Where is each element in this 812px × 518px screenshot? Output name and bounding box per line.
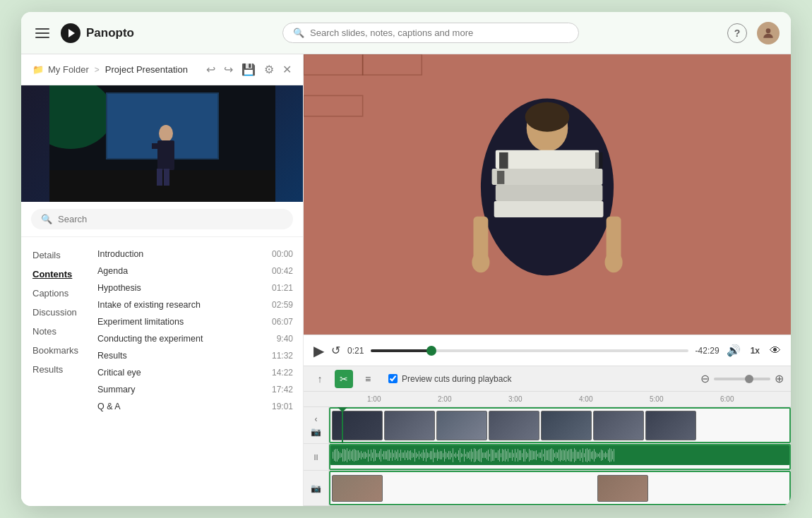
rewind-button[interactable]: ↺ bbox=[331, 344, 340, 357]
help-button[interactable]: ? bbox=[727, 23, 747, 43]
wave-bar bbox=[385, 451, 386, 459]
wave-bar bbox=[595, 452, 596, 459]
volume-button[interactable]: 🔊 bbox=[727, 344, 741, 357]
video-thumb-5[interactable] bbox=[541, 411, 592, 440]
video-thumb-6[interactable] bbox=[593, 411, 644, 440]
zoom-in-icon[interactable]: ⊕ bbox=[775, 372, 784, 385]
redo-button[interactable]: ↪ bbox=[224, 63, 233, 76]
wave-bar bbox=[392, 450, 393, 462]
user-avatar[interactable] bbox=[757, 22, 780, 44]
wave-bar bbox=[551, 448, 552, 462]
camera-icon: 📷 bbox=[311, 427, 321, 437]
sidebar-item-captions[interactable]: Captions bbox=[21, 284, 92, 303]
wave-bar bbox=[410, 450, 411, 460]
wave-bar bbox=[413, 453, 414, 457]
wave-bar bbox=[333, 452, 333, 459]
close-button[interactable]: ✕ bbox=[282, 63, 292, 76]
content-item[interactable]: Critical eye 14:22 bbox=[92, 364, 303, 381]
undo-button[interactable]: ↩ bbox=[206, 63, 215, 76]
wave-bar bbox=[464, 449, 465, 462]
sidebar-item-discussion[interactable]: Discussion bbox=[21, 303, 92, 322]
wave-bar bbox=[369, 454, 370, 457]
video-thumb-7[interactable] bbox=[645, 411, 696, 440]
audio-waveform[interactable] bbox=[330, 445, 790, 465]
content-item[interactable]: Summary 17:42 bbox=[92, 381, 303, 398]
zoom-thumb[interactable] bbox=[745, 375, 753, 383]
sidebar-item-details[interactable]: Details bbox=[21, 246, 92, 265]
wave-bar bbox=[590, 449, 590, 461]
sidebar-item-notes[interactable]: Notes bbox=[21, 322, 92, 341]
wave-bar bbox=[427, 452, 428, 459]
global-search-input[interactable] bbox=[310, 28, 568, 38]
nav-labels: Details Contents Captions Discussion Not… bbox=[21, 243, 92, 418]
content-item[interactable]: Conducting the experiment 9:40 bbox=[92, 330, 303, 347]
zoom-slider[interactable] bbox=[714, 378, 770, 380]
wave-bar bbox=[509, 452, 510, 458]
content-item[interactable]: Experiment limitations 06:07 bbox=[92, 313, 303, 330]
video-thumb-3[interactable] bbox=[436, 411, 487, 440]
content-item[interactable]: Q & A 19:01 bbox=[92, 398, 303, 415]
play-button[interactable]: ▶ bbox=[314, 342, 324, 359]
breadcrumb-current: Project Presentation bbox=[105, 64, 188, 75]
cut-button[interactable]: ✂ bbox=[335, 370, 353, 388]
track-side-1: ‹ 📷 bbox=[304, 407, 329, 443]
content-item[interactable]: Intake of existing research 02:59 bbox=[92, 296, 303, 313]
hamburger-button[interactable] bbox=[32, 25, 52, 41]
secondary-thumb-1[interactable] bbox=[332, 475, 383, 502]
content-item[interactable]: Introduction 00:00 bbox=[92, 246, 303, 263]
content-item[interactable]: Results 11:32 bbox=[92, 347, 303, 364]
wave-bar bbox=[532, 450, 532, 460]
search-icon: 🔍 bbox=[293, 28, 304, 38]
wave-bar bbox=[542, 450, 542, 462]
video-thumb-1[interactable] bbox=[332, 411, 383, 440]
sidebar-item-results[interactable]: Results bbox=[21, 360, 92, 379]
sidebar-item-bookmarks[interactable]: Bookmarks bbox=[21, 341, 92, 360]
wave-bar bbox=[535, 451, 535, 459]
wave-bar bbox=[381, 449, 381, 462]
wave-bar bbox=[447, 453, 448, 457]
content-title: Summary bbox=[97, 385, 135, 394]
content-item[interactable]: Agenda 00:42 bbox=[92, 263, 303, 279]
wave-bar bbox=[351, 451, 352, 459]
preview-checkbox[interactable] bbox=[388, 374, 398, 383]
view-button[interactable]: 👁 bbox=[770, 344, 781, 357]
list-button[interactable]: ≡ bbox=[359, 370, 377, 388]
wave-bar bbox=[478, 450, 479, 461]
settings-button[interactable]: ⚙ bbox=[264, 63, 274, 76]
sidebar-search-input[interactable] bbox=[58, 214, 283, 224]
save-button[interactable]: 💾 bbox=[241, 63, 256, 76]
wave-bar bbox=[501, 453, 501, 457]
sidebar-search-wrap[interactable]: 🔍 bbox=[31, 209, 293, 229]
video-thumb-4[interactable] bbox=[489, 411, 539, 440]
video-thumb-2[interactable] bbox=[384, 411, 435, 440]
wave-bar bbox=[561, 450, 562, 461]
sidebar-item-contents[interactable]: Contents bbox=[21, 265, 92, 284]
global-search-bar[interactable]: 🔍 bbox=[282, 23, 579, 43]
wave-bar bbox=[352, 450, 353, 461]
wave-bar bbox=[467, 452, 467, 459]
zoom-out-icon[interactable]: ⊖ bbox=[700, 372, 710, 385]
wave-bar bbox=[605, 452, 606, 459]
folder-icon: 📁 bbox=[32, 64, 44, 75]
wave-bar bbox=[434, 452, 435, 458]
video-thumbnail bbox=[21, 85, 303, 202]
wave-bar bbox=[335, 449, 336, 462]
wave-bar bbox=[583, 448, 583, 462]
wave-bar bbox=[357, 450, 357, 461]
secondary-thumb-2[interactable] bbox=[597, 475, 648, 502]
video-content bbox=[304, 54, 791, 335]
wave-bar bbox=[429, 453, 429, 457]
wave-bar bbox=[502, 449, 503, 462]
right-panel: ▶ ↺ 0:21 -42:29 🔊 1x 👁 ↑ ✂ bbox=[304, 54, 791, 506]
preview-checkbox-wrap[interactable]: Preview cuts during playback bbox=[388, 374, 511, 384]
content-item[interactable]: Hypothesis 01:21 bbox=[92, 279, 303, 296]
speed-button[interactable]: 1x bbox=[748, 344, 763, 357]
prev-track-button[interactable]: ‹ bbox=[315, 414, 318, 424]
audio-track-row: II bbox=[304, 444, 791, 471]
progress-bar[interactable] bbox=[371, 349, 688, 352]
wave-bar bbox=[519, 450, 520, 459]
wave-bar bbox=[350, 450, 350, 460]
wave-bar bbox=[419, 451, 419, 459]
up-arrow-button[interactable]: ↑ bbox=[311, 370, 329, 388]
breadcrumb-folder[interactable]: My Folder bbox=[48, 64, 89, 75]
